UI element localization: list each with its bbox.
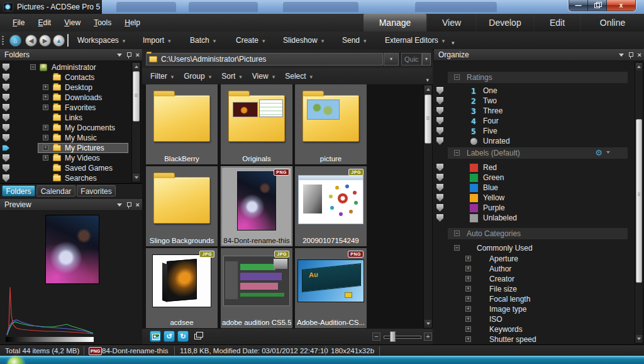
tree-item-my-documents[interactable]: My Documents (0, 123, 142, 133)
view-image-button[interactable] (150, 331, 161, 342)
gear-dropdown-icon[interactable] (606, 151, 610, 154)
category-commonly-used[interactable]: Commonly Used (434, 243, 644, 253)
scrollbar-thumb[interactable] (425, 94, 431, 144)
quick-tag-icon[interactable] (436, 117, 443, 125)
close-button[interactable]: x (607, 0, 635, 11)
thumbnail-originals[interactable]: Originals (221, 84, 292, 164)
folders-scrollbar[interactable] (131, 62, 141, 183)
toolbar-grip[interactable] (2, 36, 4, 45)
expand-icon[interactable] (465, 336, 471, 342)
quick-tag-icon[interactable] (436, 164, 443, 171)
quick-tag-icon[interactable] (436, 214, 443, 222)
scroll-up-icon[interactable] (425, 86, 431, 93)
expand-icon[interactable] (43, 145, 48, 151)
quick-search-dropdown-button[interactable]: ▾ (422, 53, 431, 65)
close-panel-icon[interactable]: × (136, 202, 140, 208)
quick-tag-icon[interactable] (3, 174, 9, 182)
zoom-slider-track[interactable] (384, 336, 421, 339)
collapse-icon[interactable] (30, 64, 36, 70)
label-unlabeled[interactable]: Unlabeled (434, 213, 644, 223)
tab-edit[interactable]: Edit (535, 14, 580, 31)
send-menu[interactable]: Send (342, 31, 367, 49)
quick-tag-icon[interactable] (436, 204, 443, 212)
tree-item-my-videos[interactable]: My Videos (0, 153, 142, 163)
scroll-down-icon[interactable] (636, 335, 642, 343)
tab-folders[interactable]: Folders (2, 185, 35, 196)
quick-search-input[interactable]: Quic (401, 53, 422, 65)
tree-item-links[interactable]: Links (0, 113, 142, 123)
rating-two[interactable]: 2 Two (434, 96, 644, 106)
category-image-type[interactable]: Image type (434, 304, 644, 314)
filterbar-overflow-icon[interactable]: ▾ (426, 77, 429, 83)
tree-item-downloads[interactable]: Downloads (0, 93, 142, 103)
expand-icon[interactable] (43, 155, 48, 161)
expand-icon[interactable] (43, 84, 48, 90)
thumbnail-adobe-audition-cs[interactable]: Au PNG Adobe-Audition-CS... (295, 248, 367, 328)
auto-categories-section-header[interactable]: Auto Categories (448, 228, 628, 239)
expand-icon[interactable] (465, 266, 471, 271)
quick-tag-icon[interactable] (3, 154, 9, 162)
category-keywords[interactable]: Keywords (434, 324, 644, 334)
group-menu[interactable]: Group (184, 68, 211, 85)
panel-menu-icon[interactable] (117, 54, 122, 57)
select-menu[interactable]: Select (285, 68, 313, 85)
tree-item-my-pictures[interactable]: My Pictures (0, 143, 142, 153)
tree-item-favorites[interactable]: Favorites (0, 103, 142, 113)
scrollbar-thumb[interactable] (133, 71, 140, 122)
quick-tag-icon[interactable] (436, 184, 443, 191)
address-dropdown-button[interactable]: ▾ (384, 53, 399, 65)
menu-tools[interactable]: Tools (88, 14, 117, 31)
up-button[interactable]: ▲ (53, 35, 65, 47)
menu-view[interactable]: View (58, 14, 86, 31)
expand-icon[interactable] (465, 276, 471, 282)
tab-develop[interactable]: Develop (477, 14, 533, 31)
quick-tag-icon[interactable] (436, 97, 443, 105)
label-yellow[interactable]: Yellow (434, 193, 644, 203)
tab-favorites[interactable]: Favorites (77, 185, 116, 196)
tab-calendar[interactable]: Calendar (36, 185, 75, 196)
scroll-up-icon[interactable] (636, 63, 642, 71)
address-bar[interactable]: C:\Users\Administrator\Pictures (146, 53, 383, 65)
scrollbar-thumb[interactable] (636, 119, 642, 283)
quick-tag-icon[interactable] (436, 127, 443, 135)
tree-item-saved-games[interactable]: Saved Games (0, 163, 142, 173)
quick-tag-icon[interactable] (436, 137, 443, 145)
expand-icon[interactable] (43, 135, 48, 140)
close-panel-icon[interactable]: × (136, 52, 140, 59)
tree-item-searches[interactable]: Searches (0, 173, 142, 183)
stack-button[interactable] (192, 331, 204, 342)
scroll-down-icon[interactable] (425, 320, 431, 327)
expand-icon[interactable] (43, 125, 48, 130)
quick-tag-icon[interactable] (436, 174, 443, 181)
view-menu[interactable]: View (252, 68, 275, 85)
back-button[interactable]: ◀ (25, 35, 37, 47)
menu-help[interactable]: Help (119, 14, 146, 31)
expand-icon[interactable] (465, 296, 471, 302)
import-menu[interactable]: Import (143, 31, 171, 49)
thumbnail-blackberry[interactable]: BlackBerry (146, 84, 218, 164)
pin-icon[interactable] (126, 52, 131, 59)
thumbnail-84-dont-rename-this[interactable]: PNG 84-Dont-rename-this (221, 166, 292, 246)
tree-item-my-music[interactable]: My Music (0, 133, 142, 143)
category-aperture[interactable]: Aperture (434, 254, 644, 264)
title-bar[interactable]: Pictures - ACDSee Pro 5 — x (0, 0, 644, 14)
sort-menu[interactable]: Sort (221, 68, 242, 85)
thumbnail-acdsee[interactable]: JPG acdsee (146, 248, 218, 328)
category-creator[interactable]: Creator (434, 274, 644, 284)
collapse-icon[interactable] (454, 230, 460, 236)
quick-tag-icon[interactable] (3, 104, 9, 111)
label-purple[interactable]: Purple (434, 203, 644, 213)
minimize-button[interactable]: — (569, 0, 588, 11)
forward-button[interactable]: ▶ (39, 35, 51, 47)
file-list-scrollbar[interactable] (423, 84, 433, 329)
restore-button[interactable] (588, 0, 607, 11)
expand-icon[interactable] (465, 306, 471, 312)
collapse-icon[interactable] (454, 74, 460, 80)
batch-menu[interactable]: Batch (190, 31, 216, 49)
tab-online[interactable]: Online (581, 14, 644, 31)
category-iso[interactable]: ISO (434, 314, 644, 324)
collapse-icon[interactable] (454, 245, 460, 251)
expand-icon[interactable] (465, 316, 471, 322)
rating-one[interactable]: 1 One (434, 86, 644, 96)
gear-icon[interactable]: ⚙ (595, 147, 602, 159)
